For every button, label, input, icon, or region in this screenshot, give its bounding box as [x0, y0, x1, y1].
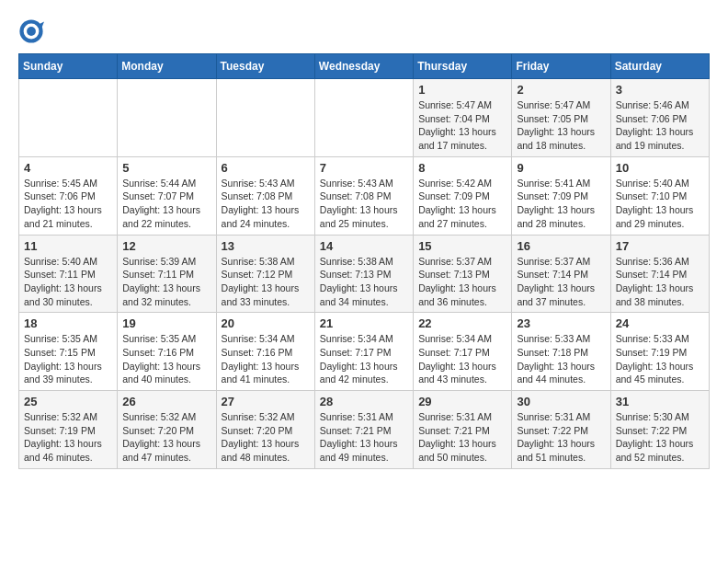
day-info: Sunrise: 5:32 AM Sunset: 7:20 PM Dayligh… — [222, 410, 310, 465]
calendar-cell: 23Sunrise: 5:33 AM Sunset: 7:18 PM Dayli… — [512, 313, 610, 391]
calendar-cell: 30Sunrise: 5:31 AM Sunset: 7:22 PM Dayli… — [512, 391, 610, 469]
day-info: Sunrise: 5:43 AM Sunset: 7:08 PM Dayligh… — [320, 177, 408, 231]
day-number: 17 — [616, 239, 704, 253]
day-number: 2 — [517, 83, 605, 97]
weekday-header: Monday — [118, 54, 216, 79]
calendar-cell: 24Sunrise: 5:33 AM Sunset: 7:19 PM Dayli… — [610, 313, 709, 391]
day-info: Sunrise: 5:33 AM Sunset: 7:18 PM Dayligh… — [517, 332, 605, 386]
day-info: Sunrise: 5:44 AM Sunset: 7:07 PM Dayligh… — [122, 177, 210, 231]
calendar-cell: 6Sunrise: 5:43 AM Sunset: 7:08 PM Daylig… — [216, 156, 314, 235]
day-number: 7 — [320, 161, 408, 175]
day-number: 5 — [122, 161, 210, 175]
day-number: 27 — [222, 395, 310, 408]
day-info: Sunrise: 5:38 AM Sunset: 7:12 PM Dayligh… — [222, 255, 310, 309]
day-info: Sunrise: 5:42 AM Sunset: 7:09 PM Dayligh… — [418, 177, 506, 231]
day-number: 31 — [616, 395, 704, 408]
day-info: Sunrise: 5:34 AM Sunset: 7:16 PM Dayligh… — [222, 332, 310, 386]
day-number: 19 — [122, 316, 210, 330]
calendar-cell: 21Sunrise: 5:34 AM Sunset: 7:17 PM Dayli… — [314, 313, 413, 391]
day-info: Sunrise: 5:36 AM Sunset: 7:14 PM Dayligh… — [616, 255, 704, 309]
logo-icon — [18, 18, 44, 44]
calendar-cell: 17Sunrise: 5:36 AM Sunset: 7:14 PM Dayli… — [610, 235, 709, 313]
day-info: Sunrise: 5:40 AM Sunset: 7:11 PM Dayligh… — [24, 255, 112, 309]
day-info: Sunrise: 5:37 AM Sunset: 7:14 PM Dayligh… — [517, 255, 605, 309]
calendar-week-row: 1Sunrise: 5:47 AM Sunset: 7:04 PM Daylig… — [19, 79, 710, 157]
day-info: Sunrise: 5:31 AM Sunset: 7:21 PM Dayligh… — [418, 410, 506, 465]
day-info: Sunrise: 5:31 AM Sunset: 7:22 PM Dayligh… — [517, 410, 605, 465]
day-info: Sunrise: 5:32 AM Sunset: 7:20 PM Dayligh… — [122, 410, 210, 465]
calendar-cell: 1Sunrise: 5:47 AM Sunset: 7:04 PM Daylig… — [414, 79, 512, 157]
day-info: Sunrise: 5:34 AM Sunset: 7:17 PM Dayligh… — [320, 332, 408, 386]
day-number: 13 — [222, 239, 310, 253]
day-info: Sunrise: 5:45 AM Sunset: 7:06 PM Dayligh… — [24, 177, 112, 231]
calendar-cell: 10Sunrise: 5:40 AM Sunset: 7:10 PM Dayli… — [610, 156, 709, 235]
weekday-header: Thursday — [414, 54, 512, 79]
calendar-cell: 11Sunrise: 5:40 AM Sunset: 7:11 PM Dayli… — [19, 235, 118, 313]
day-info: Sunrise: 5:34 AM Sunset: 7:17 PM Dayligh… — [418, 332, 506, 386]
calendar-cell — [19, 79, 118, 157]
calendar-cell: 5Sunrise: 5:44 AM Sunset: 7:07 PM Daylig… — [118, 156, 216, 235]
day-number: 25 — [24, 395, 112, 408]
calendar-cell — [314, 79, 413, 157]
calendar-cell: 14Sunrise: 5:38 AM Sunset: 7:13 PM Dayli… — [314, 235, 413, 313]
calendar-cell: 3Sunrise: 5:46 AM Sunset: 7:06 PM Daylig… — [610, 79, 709, 157]
day-info: Sunrise: 5:35 AM Sunset: 7:15 PM Dayligh… — [24, 332, 112, 386]
calendar-week-row: 18Sunrise: 5:35 AM Sunset: 7:15 PM Dayli… — [19, 313, 710, 391]
page-header — [18, 18, 710, 44]
calendar-cell — [118, 79, 216, 157]
day-info: Sunrise: 5:30 AM Sunset: 7:22 PM Dayligh… — [616, 410, 704, 465]
weekday-header: Saturday — [610, 54, 709, 79]
weekday-header: Tuesday — [216, 54, 314, 79]
calendar-header: SundayMondayTuesdayWednesdayThursdayFrid… — [19, 54, 710, 79]
day-info: Sunrise: 5:43 AM Sunset: 7:08 PM Dayligh… — [222, 177, 310, 231]
calendar-cell: 18Sunrise: 5:35 AM Sunset: 7:15 PM Dayli… — [19, 313, 118, 391]
calendar-cell: 7Sunrise: 5:43 AM Sunset: 7:08 PM Daylig… — [314, 156, 413, 235]
weekday-header: Sunday — [19, 54, 118, 79]
weekday-header: Friday — [512, 54, 610, 79]
calendar-table: SundayMondayTuesdayWednesdayThursdayFrid… — [18, 53, 710, 469]
calendar-cell: 28Sunrise: 5:31 AM Sunset: 7:21 PM Dayli… — [314, 391, 413, 469]
day-info: Sunrise: 5:39 AM Sunset: 7:11 PM Dayligh… — [122, 255, 210, 309]
calendar-cell: 19Sunrise: 5:35 AM Sunset: 7:16 PM Dayli… — [118, 313, 216, 391]
calendar-cell: 22Sunrise: 5:34 AM Sunset: 7:17 PM Dayli… — [414, 313, 512, 391]
day-number: 12 — [122, 239, 210, 253]
day-number: 20 — [222, 316, 310, 330]
weekday-row: SundayMondayTuesdayWednesdayThursdayFrid… — [19, 54, 710, 79]
day-info: Sunrise: 5:31 AM Sunset: 7:21 PM Dayligh… — [320, 410, 408, 465]
day-number: 26 — [122, 395, 210, 408]
calendar-cell: 4Sunrise: 5:45 AM Sunset: 7:06 PM Daylig… — [19, 156, 118, 235]
calendar-cell: 15Sunrise: 5:37 AM Sunset: 7:13 PM Dayli… — [414, 235, 512, 313]
day-info: Sunrise: 5:46 AM Sunset: 7:06 PM Dayligh… — [616, 98, 704, 153]
calendar-cell: 27Sunrise: 5:32 AM Sunset: 7:20 PM Dayli… — [216, 391, 314, 469]
day-number: 8 — [418, 161, 506, 175]
calendar-cell: 12Sunrise: 5:39 AM Sunset: 7:11 PM Dayli… — [118, 235, 216, 313]
day-number: 22 — [418, 316, 506, 330]
day-info: Sunrise: 5:37 AM Sunset: 7:13 PM Dayligh… — [418, 255, 506, 309]
calendar-cell: 31Sunrise: 5:30 AM Sunset: 7:22 PM Dayli… — [610, 391, 709, 469]
calendar-cell: 9Sunrise: 5:41 AM Sunset: 7:09 PM Daylig… — [512, 156, 610, 235]
day-number: 23 — [517, 316, 605, 330]
calendar-cell — [216, 79, 314, 157]
day-number: 9 — [517, 161, 605, 175]
day-number: 29 — [418, 395, 506, 408]
day-number: 10 — [616, 161, 704, 175]
day-number: 15 — [418, 239, 506, 253]
calendar-cell: 13Sunrise: 5:38 AM Sunset: 7:12 PM Dayli… — [216, 235, 314, 313]
day-number: 1 — [418, 83, 506, 97]
logo — [18, 18, 48, 44]
day-number: 28 — [320, 395, 408, 408]
calendar-cell: 8Sunrise: 5:42 AM Sunset: 7:09 PM Daylig… — [414, 156, 512, 235]
day-info: Sunrise: 5:41 AM Sunset: 7:09 PM Dayligh… — [517, 177, 605, 231]
day-number: 21 — [320, 316, 408, 330]
day-number: 14 — [320, 239, 408, 253]
day-number: 4 — [24, 161, 112, 175]
calendar-cell: 2Sunrise: 5:47 AM Sunset: 7:05 PM Daylig… — [512, 79, 610, 157]
calendar-cell: 26Sunrise: 5:32 AM Sunset: 7:20 PM Dayli… — [118, 391, 216, 469]
day-info: Sunrise: 5:32 AM Sunset: 7:19 PM Dayligh… — [24, 410, 112, 465]
day-number: 3 — [616, 83, 704, 97]
day-number: 16 — [517, 239, 605, 253]
calendar-week-row: 25Sunrise: 5:32 AM Sunset: 7:19 PM Dayli… — [19, 391, 710, 469]
day-info: Sunrise: 5:40 AM Sunset: 7:10 PM Dayligh… — [616, 177, 704, 231]
calendar-cell: 25Sunrise: 5:32 AM Sunset: 7:19 PM Dayli… — [19, 391, 118, 469]
day-info: Sunrise: 5:47 AM Sunset: 7:04 PM Dayligh… — [418, 98, 506, 153]
